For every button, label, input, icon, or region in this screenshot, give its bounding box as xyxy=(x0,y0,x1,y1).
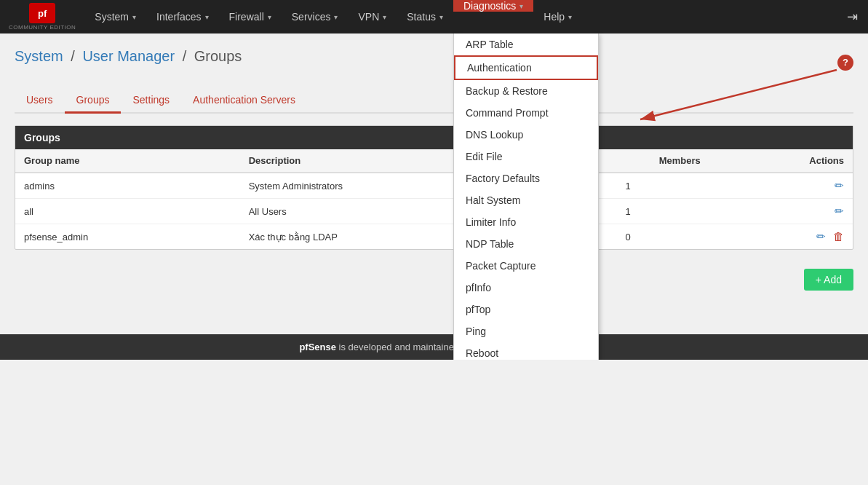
col-group-name: Group name xyxy=(15,149,240,173)
dropdown-limiter-info[interactable]: Limiter Info xyxy=(454,211,598,233)
logo-icon: pf xyxy=(29,3,55,23)
edit-all-button[interactable]: ✏ xyxy=(835,205,844,217)
col-actions: Actions xyxy=(709,149,853,173)
caret-icon: ▾ xyxy=(568,13,572,21)
tab-users[interactable]: Users xyxy=(15,88,65,114)
nav-services[interactable]: Services ▾ xyxy=(282,0,349,33)
caret-icon: ▾ xyxy=(334,13,338,21)
add-group-button[interactable]: + Add xyxy=(804,269,853,291)
nav-diagnostics-wrapper: Diagnostics ▾ ARP Table Authentication B… xyxy=(453,0,533,33)
breadcrumb-sep2: / xyxy=(183,48,191,64)
breadcrumb: System / User Manager / Groups xyxy=(15,48,242,65)
dropdown-edit-file[interactable]: Edit File xyxy=(454,146,598,167)
table-row: pfsense_admin Xác thực bằng LDAP 0 ✏ 🗑 xyxy=(15,224,853,250)
edit-admins-button[interactable]: ✏ xyxy=(835,179,844,192)
navbar: pf COMMUNITY EDITION System ▾ Interfaces… xyxy=(0,0,868,33)
dropdown-command-prompt[interactable]: Command Prompt xyxy=(454,102,598,124)
panel-body: Group name Description Members Actions a… xyxy=(15,149,853,249)
dropdown-backup-restore[interactable]: Backup & Restore xyxy=(454,80,598,102)
nav-help[interactable]: Help ▾ xyxy=(533,0,582,33)
group-actions-pfsense-admin: ✏ 🗑 xyxy=(709,224,853,250)
breadcrumb-system[interactable]: System xyxy=(15,48,63,64)
caret-icon: ▾ xyxy=(268,13,271,21)
logout-icon: ⇥ xyxy=(847,9,858,25)
tabs: Users Groups Settings Authentication Ser… xyxy=(15,88,853,114)
tab-settings[interactable]: Settings xyxy=(121,88,181,114)
group-name-all: all xyxy=(15,199,240,224)
caret-icon: ▾ xyxy=(439,13,443,21)
dropdown-dns-lookup[interactable]: DNS Lookup xyxy=(454,124,598,146)
footer-brand: pfSense xyxy=(299,342,336,352)
table-row: all All Users 1 ✏ xyxy=(15,199,853,224)
group-actions-admins: ✏ xyxy=(709,173,853,199)
dropdown-authentication[interactable]: Authentication xyxy=(454,55,598,80)
dropdown-pftop[interactable]: pfTop xyxy=(454,299,598,320)
nav-spacer xyxy=(582,0,837,33)
page-header-row: System / User Manager / Groups ? xyxy=(15,48,853,76)
nav-system[interactable]: System ▾ xyxy=(84,0,146,33)
nav-vpn[interactable]: VPN ▾ xyxy=(348,0,397,33)
pfsense-logo: pf COMMUNITY EDITION xyxy=(9,3,76,31)
add-btn-row: + Add xyxy=(15,261,853,291)
group-actions-all: ✏ xyxy=(709,199,853,224)
tab-groups[interactable]: Groups xyxy=(65,88,122,114)
diagnostics-dropdown: ARP Table Authentication Backup & Restor… xyxy=(453,33,599,360)
dropdown-arp-table[interactable]: ARP Table xyxy=(454,33,598,55)
dropdown-factory-defaults[interactable]: Factory Defaults xyxy=(454,167,598,189)
dropdown-ping[interactable]: Ping xyxy=(454,320,598,342)
logo-sub: COMMUNITY EDITION xyxy=(9,24,76,31)
breadcrumb-groups: Groups xyxy=(194,48,242,64)
dropdown-halt-system[interactable]: Halt System xyxy=(454,189,598,211)
delete-pfsense-admin-button[interactable]: 🗑 xyxy=(833,230,844,242)
edit-pfsense-admin-button[interactable]: ✏ xyxy=(816,230,826,242)
groups-panel: Groups Group name Description Members Ac… xyxy=(15,125,853,250)
main-content: System / User Manager / Groups ? Users G… xyxy=(0,33,868,305)
panel-heading: Groups xyxy=(15,126,853,149)
tab-authentication-servers[interactable]: Authentication Servers xyxy=(181,88,307,114)
nav-status[interactable]: Status ▾ xyxy=(397,0,453,33)
dropdown-reboot[interactable]: Reboot xyxy=(454,342,598,360)
table-row: admins System Administrators 1 ✏ xyxy=(15,173,853,199)
breadcrumb-user-manager[interactable]: User Manager xyxy=(82,48,175,64)
nav-logout[interactable]: ⇥ xyxy=(837,0,868,33)
table-body: admins System Administrators 1 ✏ all All… xyxy=(15,173,853,249)
breadcrumb-sep1: / xyxy=(71,48,79,64)
caret-icon: ▾ xyxy=(205,13,209,21)
dropdown-pfinfo[interactable]: pfInfo xyxy=(454,277,598,299)
table-header: Group name Description Members Actions xyxy=(15,149,853,173)
nav-firewall[interactable]: Firewall ▾ xyxy=(219,0,282,33)
dropdown-packet-capture[interactable]: Packet Capture xyxy=(454,255,598,277)
help-icon[interactable]: ? xyxy=(837,55,853,71)
group-name-admins: admins xyxy=(15,173,240,199)
caret-icon: ▾ xyxy=(383,13,386,21)
nav-diagnostics[interactable]: Diagnostics ▾ xyxy=(453,0,533,12)
caret-icon: ▾ xyxy=(519,2,523,10)
nav-interfaces[interactable]: Interfaces ▾ xyxy=(146,0,218,33)
dropdown-ndp-table[interactable]: NDP Table xyxy=(454,233,598,255)
group-name-pfsense-admin: pfsense_admin xyxy=(15,224,240,250)
footer: pfSense is developed and maintained by N… xyxy=(0,334,868,360)
groups-table: Group name Description Members Actions a… xyxy=(15,149,853,249)
caret-icon: ▾ xyxy=(132,13,136,21)
brand: pf COMMUNITY EDITION xyxy=(0,0,84,33)
